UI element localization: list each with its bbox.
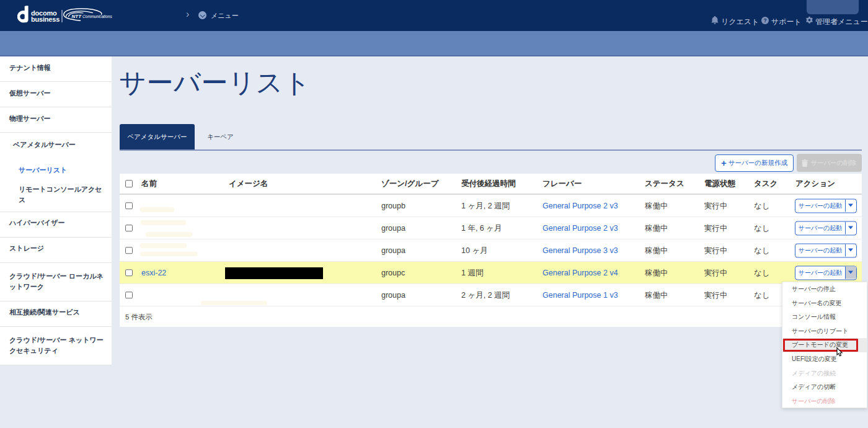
svg-text:Communications: Communications xyxy=(82,14,112,19)
svg-text:?: ? xyxy=(763,17,766,24)
svg-text:NTT: NTT xyxy=(72,14,82,19)
